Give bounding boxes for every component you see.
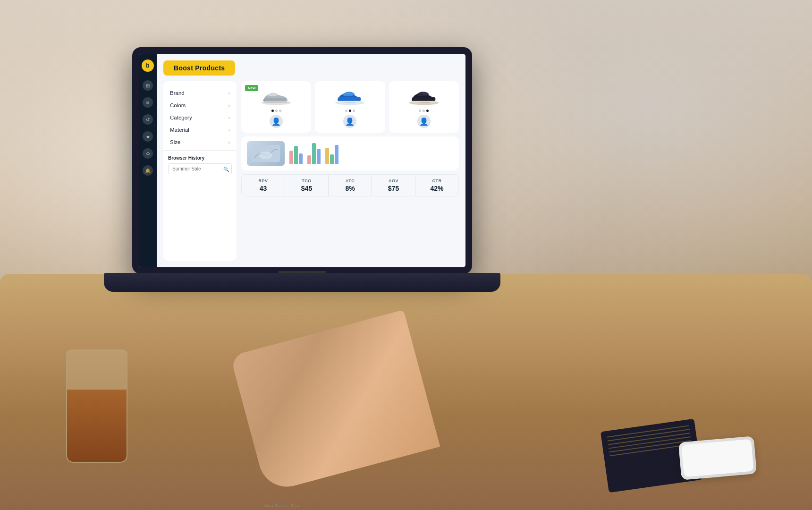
- analytics-card: [241, 136, 459, 170]
- sidebar-icon-star[interactable]: ★: [143, 131, 153, 142]
- svg-rect-7: [412, 97, 436, 101]
- product-dot: [271, 110, 274, 112]
- product-dots-2: [345, 110, 355, 112]
- browser-history-search[interactable]: [168, 163, 232, 174]
- filter-material[interactable]: Material ›: [163, 124, 237, 136]
- sidebar-icon-sync[interactable]: ↺: [143, 114, 153, 125]
- page-header: Boost Products: [163, 60, 459, 76]
- product-dot: [419, 110, 421, 112]
- bar: [307, 155, 311, 164]
- glass-jar: [66, 349, 127, 463]
- filter-divider: [163, 150, 237, 151]
- svg-rect-8: [412, 101, 437, 103]
- product-card-1[interactable]: New: [241, 81, 311, 133]
- metric-tco-label: TCO: [288, 178, 325, 183]
- avatar-icon-1: 👤: [271, 117, 281, 126]
- metric-ctr: CTR 42%: [415, 175, 458, 196]
- metric-aov-label: AOV: [375, 178, 412, 183]
- filter-category-label: Category: [170, 115, 192, 120]
- filter-category-chevron: ›: [228, 115, 230, 120]
- bar-group-2: [307, 143, 321, 164]
- product-image-2: [333, 86, 366, 106]
- main-content: Boost Products Brand › Colors ›: [157, 54, 465, 267]
- svg-rect-5: [338, 101, 362, 103]
- sidebar-icon-bell[interactable]: 🔔: [143, 165, 153, 176]
- filter-brand-label: Brand: [170, 90, 185, 96]
- product-dots-3: [419, 110, 429, 112]
- product-seller-avatar-3: 👤: [417, 115, 431, 128]
- metric-atc-value: 8%: [331, 185, 369, 192]
- metric-tco-value: $45: [288, 185, 325, 192]
- bar: [335, 145, 338, 164]
- avatar-icon-2: 👤: [345, 117, 355, 126]
- svg-rect-4: [338, 97, 361, 101]
- filters-panel: Brand › Colors › Category › Material: [163, 81, 237, 261]
- sidebar-icon-settings[interactable]: ⚙: [143, 148, 153, 159]
- bar: [312, 143, 316, 164]
- product-seller-avatar-2: 👤: [343, 115, 356, 128]
- product-dot: [279, 110, 281, 112]
- browser-history-section: Browser History 🔍: [163, 155, 237, 174]
- filter-material-chevron: ›: [228, 128, 230, 133]
- product-dot: [275, 110, 278, 112]
- product-card-3[interactable]: 👤: [389, 81, 459, 133]
- bar: [289, 151, 293, 164]
- bar: [299, 153, 303, 164]
- search-icon: 🔍: [223, 166, 229, 171]
- product-card-2[interactable]: 👤: [315, 81, 385, 133]
- app-logo: b: [142, 60, 154, 72]
- metric-rpv: RPV 43: [242, 175, 285, 196]
- product-image-1: [260, 86, 293, 106]
- analytics-thumbnail: [247, 141, 285, 166]
- metric-ctr-value: 42%: [418, 185, 456, 192]
- laptop-screen: b ⊞ ≡ ↺ ★ ⚙ 🔔 Boost Products: [139, 54, 465, 267]
- search-box: 🔍: [168, 163, 232, 174]
- filter-brand[interactable]: Brand ›: [163, 87, 237, 99]
- bar-charts-row: [289, 143, 453, 164]
- metric-aov-value: $75: [375, 185, 412, 192]
- product-seller-avatar-1: 👤: [270, 115, 283, 128]
- svg-point-10: [259, 152, 272, 159]
- phone: [678, 436, 757, 480]
- macbook-label: MacBook Pro: [264, 503, 300, 508]
- filter-colors[interactable]: Colors ›: [163, 99, 237, 111]
- content-row: Brand › Colors › Category › Material: [163, 81, 459, 261]
- bar: [330, 154, 334, 164]
- filter-size[interactable]: Size ›: [163, 136, 237, 148]
- bar: [294, 146, 298, 164]
- metric-atc-label: ATC: [331, 178, 369, 183]
- product-image-3: [407, 86, 440, 106]
- product-badge-1: New: [245, 85, 258, 91]
- bar: [317, 149, 321, 164]
- products-grid: New: [241, 81, 459, 133]
- browser-history-label: Browser History: [168, 155, 232, 161]
- filter-size-chevron: ›: [228, 140, 230, 145]
- filter-colors-label: Colors: [170, 102, 186, 108]
- product-dot: [426, 110, 429, 112]
- filter-category[interactable]: Category ›: [163, 111, 237, 124]
- metric-rpv-label: RPV: [245, 178, 282, 183]
- laptop-base: MacBook Pro: [104, 273, 500, 292]
- laptop-screen-outer: b ⊞ ≡ ↺ ★ ⚙ 🔔 Boost Products: [132, 47, 472, 274]
- sidebar-icon-grid[interactable]: ⊞: [143, 80, 153, 91]
- metric-rpv-value: 43: [245, 185, 282, 192]
- metric-ctr-label: CTR: [418, 178, 456, 183]
- bar: [325, 148, 329, 164]
- products-panel: New: [241, 81, 459, 261]
- product-dot: [353, 110, 355, 112]
- sidebar-icon-chart[interactable]: ≡: [143, 97, 153, 108]
- metric-atc: ATC 8%: [329, 175, 372, 196]
- jar-liquid: [67, 390, 127, 462]
- phone-screen: [681, 439, 753, 477]
- boost-products-button[interactable]: Boost Products: [163, 60, 235, 76]
- product-dots-1: [271, 110, 281, 112]
- product-dot: [349, 110, 351, 112]
- filter-material-label: Material: [170, 127, 189, 133]
- avatar-icon-3: 👤: [419, 117, 429, 126]
- metric-tco: TCO $45: [285, 175, 329, 196]
- product-dot: [423, 110, 425, 112]
- svg-rect-2: [264, 101, 288, 103]
- product-dot: [345, 110, 347, 112]
- bar-group-1: [289, 143, 303, 164]
- metrics-row: RPV 43 TCO $45 ATC 8%: [241, 174, 459, 196]
